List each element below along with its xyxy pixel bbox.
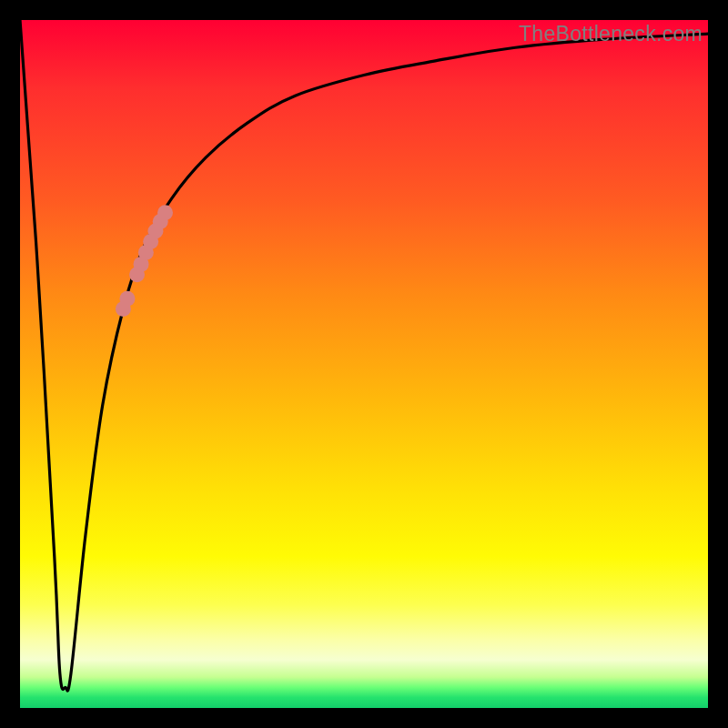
highlight-dots	[116, 205, 173, 317]
plot-area: TheBottleneck.com	[20, 20, 708, 708]
highlight-dot	[157, 205, 173, 220]
chart-frame: TheBottleneck.com	[0, 0, 728, 728]
highlight-dot	[119, 291, 135, 307]
watermark-text: TheBottleneck.com	[519, 22, 703, 46]
bottleneck-curve	[20, 20, 708, 691]
curve-layer	[20, 20, 708, 708]
